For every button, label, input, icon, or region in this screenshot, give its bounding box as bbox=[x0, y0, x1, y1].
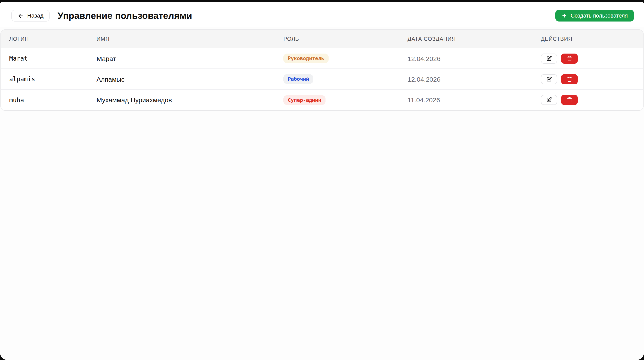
row-actions bbox=[541, 95, 643, 105]
table-row: muha Мухаммад Нуриахмедов Супер-админ 11… bbox=[1, 90, 643, 110]
user-role-cell: Руководитель bbox=[284, 54, 408, 63]
trash-icon bbox=[567, 76, 572, 82]
row-actions bbox=[541, 53, 643, 64]
plus-icon bbox=[562, 13, 567, 19]
delete-user-button[interactable] bbox=[561, 95, 578, 105]
user-login: alpamis bbox=[9, 76, 96, 83]
column-header-name: ИМЯ bbox=[96, 36, 284, 42]
page-title: Управление пользователями bbox=[58, 10, 192, 21]
create-user-button-label: Создать пользователя bbox=[571, 13, 628, 19]
arrow-left-icon bbox=[18, 13, 24, 19]
edit-user-button[interactable] bbox=[541, 95, 557, 105]
user-name: Алпамыс bbox=[96, 75, 284, 83]
column-header-actions: ДЕЙСТВИЯ bbox=[541, 36, 643, 42]
role-badge: Руководитель bbox=[284, 54, 328, 63]
user-login: Marat bbox=[9, 55, 96, 62]
delete-user-button[interactable] bbox=[561, 74, 578, 84]
edit-pencil-square-icon bbox=[546, 97, 552, 103]
table-row: alpamis Алпамыс Рабочий 12.04.2026 bbox=[1, 69, 643, 90]
users-table: ЛОГИН ИМЯ РОЛЬ ДАТА СОЗДАНИЯ ДЕЙСТВИЯ Ma… bbox=[0, 30, 644, 111]
user-role-cell: Супер-админ bbox=[284, 95, 408, 105]
trash-icon bbox=[567, 97, 572, 103]
user-created-date: 12.04.2026 bbox=[408, 75, 541, 83]
user-login: muha bbox=[9, 96, 96, 103]
create-user-button[interactable]: Создать пользователя bbox=[556, 10, 634, 22]
column-header-role: РОЛЬ bbox=[284, 36, 408, 42]
edit-pencil-square-icon bbox=[546, 76, 552, 82]
page-content: Назад Управление пользователями Создать … bbox=[0, 2, 644, 360]
back-button[interactable]: Назад bbox=[12, 10, 50, 22]
edit-pencil-square-icon bbox=[546, 56, 552, 61]
page-header: Назад Управление пользователями Создать … bbox=[0, 2, 644, 27]
column-header-login: ЛОГИН bbox=[9, 36, 96, 42]
user-created-date: 12.04.2026 bbox=[408, 55, 541, 62]
edit-user-button[interactable] bbox=[541, 74, 557, 84]
window-top-frame bbox=[0, 0, 644, 2]
edit-user-button[interactable] bbox=[541, 53, 557, 64]
user-created-date: 11.04.2026 bbox=[408, 96, 541, 104]
delete-user-button[interactable] bbox=[561, 53, 578, 64]
trash-icon bbox=[567, 56, 572, 61]
row-actions bbox=[541, 74, 643, 84]
role-badge: Супер-админ bbox=[284, 95, 326, 105]
user-name: Марат bbox=[96, 55, 284, 62]
user-name: Мухаммад Нуриахмедов bbox=[96, 96, 284, 104]
back-button-label: Назад bbox=[27, 12, 44, 19]
app-window: Назад Управление пользователями Создать … bbox=[0, 0, 644, 360]
column-header-created: ДАТА СОЗДАНИЯ bbox=[408, 36, 541, 42]
user-role-cell: Рабочий bbox=[284, 74, 408, 84]
table-row: Marat Марат Руководитель 12.04.2026 bbox=[1, 48, 643, 69]
role-badge: Рабочий bbox=[284, 74, 314, 84]
table-header-row: ЛОГИН ИМЯ РОЛЬ ДАТА СОЗДАНИЯ ДЕЙСТВИЯ bbox=[1, 30, 643, 48]
